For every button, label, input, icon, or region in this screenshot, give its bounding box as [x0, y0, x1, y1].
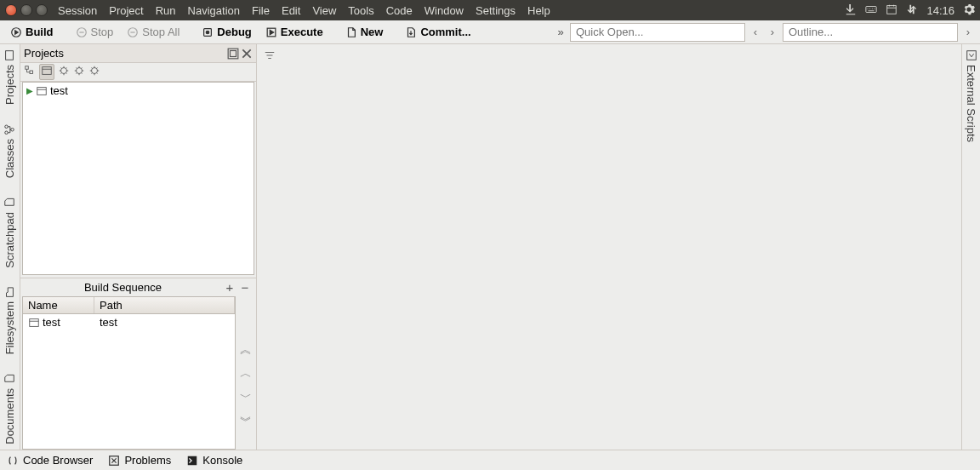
menu-edit[interactable]: Edit: [282, 4, 300, 17]
build-button-label: Build: [26, 26, 54, 38]
editor-area: [257, 44, 961, 450]
window-buttons: [5, 4, 48, 16]
stop-all-button[interactable]: Stop All: [122, 24, 185, 40]
commit-button-label: Commit...: [420, 26, 470, 38]
menu-window[interactable]: Window: [424, 4, 464, 17]
svg-rect-13: [231, 50, 236, 56]
move-top-button[interactable]: ︽: [240, 342, 252, 358]
projects-panel-toolbar: [20, 63, 256, 82]
tree-item-test[interactable]: ▶ test: [23, 83, 254, 99]
sidebar-tab-filesystem[interactable]: Filesystem: [2, 281, 18, 359]
build-sequence-body: Name Path test test ︽ ︿ ﹀ ︾: [20, 296, 256, 450]
move-down-button[interactable]: ﹀: [240, 390, 252, 405]
stop-button[interactable]: Stop: [71, 24, 119, 40]
new-button[interactable]: New: [340, 24, 389, 40]
move-bottom-button[interactable]: ︾: [240, 414, 252, 429]
projects-panel-title: Projects: [24, 47, 225, 60]
sidebar-tab-scratchpad-label: Scratchpad: [3, 212, 16, 268]
os-titlebar: Session Project Run Navigation File Edit…: [0, 0, 980, 20]
svg-rect-14: [26, 66, 29, 70]
tray-calendar-icon[interactable]: [886, 3, 897, 18]
svg-rect-24: [188, 456, 197, 465]
execute-button-label: Execute: [281, 26, 323, 38]
toolbar-overflow-icon[interactable]: »: [555, 26, 567, 38]
menu-settings[interactable]: Settings: [476, 4, 516, 17]
svg-rect-21: [30, 318, 39, 326]
gear-icon-1[interactable]: [58, 65, 70, 79]
sidebar-tab-classes[interactable]: Classes: [2, 118, 18, 183]
sidebar-tab-classes-label: Classes: [3, 139, 16, 178]
build-button[interactable]: Build: [5, 24, 59, 40]
sidebar-tab-filesystem-label: Filesystem: [3, 301, 16, 354]
window-close-button[interactable]: [5, 4, 17, 16]
move-up-button[interactable]: ︿: [240, 366, 252, 381]
svg-rect-20: [37, 87, 47, 95]
build-sequence-table-header: Name Path: [23, 297, 235, 314]
projects-tree[interactable]: ▶ test: [22, 82, 254, 275]
tray-network-icon[interactable]: [906, 3, 918, 18]
col-name-header[interactable]: Name: [23, 297, 94, 313]
execute-button[interactable]: Execute: [260, 24, 328, 40]
panel-undock-icon[interactable]: [227, 48, 239, 60]
gear-icon-2[interactable]: [73, 65, 85, 79]
menu-run[interactable]: Run: [156, 4, 176, 17]
bottom-tab-konsole[interactable]: Konsole: [186, 454, 242, 467]
build-sequence-remove-button[interactable]: −: [237, 280, 253, 295]
tray-clock[interactable]: 14:16: [926, 4, 954, 17]
sidebar-tab-external-scripts[interactable]: External Scripts: [963, 44, 979, 147]
projects-panel: Projects ▶ test Build Sequence + −: [20, 44, 257, 450]
project-icon: [28, 317, 40, 329]
menu-view[interactable]: View: [312, 4, 336, 17]
build-sequence-table[interactable]: Name Path test test: [22, 296, 236, 450]
menu-project[interactable]: Project: [109, 4, 143, 17]
tray-download-icon[interactable]: [845, 3, 857, 18]
sidebar-tab-scratchpad[interactable]: Scratchpad: [2, 192, 18, 273]
menu-tools[interactable]: Tools: [348, 4, 373, 17]
sidebar-tab-documents[interactable]: Documents: [2, 368, 18, 450]
view-tree-icon[interactable]: [24, 65, 36, 79]
col-path-header[interactable]: Path: [94, 297, 235, 313]
filter-icon[interactable]: [264, 49, 276, 64]
tray-gear-icon[interactable]: [963, 3, 975, 18]
menu-navigation[interactable]: Navigation: [188, 4, 240, 17]
stop-button-label: Stop: [91, 26, 114, 38]
menu-code[interactable]: Code: [386, 4, 413, 17]
svg-point-17: [61, 68, 67, 74]
nav-back-button[interactable]: ‹: [749, 26, 762, 38]
tree-item-label: test: [50, 84, 68, 97]
panel-close-icon[interactable]: [241, 48, 253, 60]
sidebar-tab-external-scripts-label: External Scripts: [965, 65, 977, 142]
quick-open-input[interactable]: [570, 23, 745, 42]
gear-icon-3[interactable]: [88, 65, 100, 79]
menu-help[interactable]: Help: [527, 4, 550, 17]
svg-point-11: [11, 128, 14, 131]
tray-keyboard-icon[interactable]: [865, 3, 877, 18]
window-minimize-button[interactable]: [20, 4, 32, 16]
app-menubar: Session Project Run Navigation File Edit…: [58, 4, 550, 17]
row-path: test: [94, 314, 235, 330]
projects-panel-header: Projects: [20, 44, 256, 63]
commit-button[interactable]: Commit...: [400, 24, 476, 40]
svg-point-9: [5, 131, 9, 135]
expand-icon[interactable]: ▶: [26, 86, 33, 95]
view-list-icon[interactable]: [39, 64, 54, 80]
nav-forward-button[interactable]: ›: [766, 26, 779, 38]
svg-point-18: [77, 68, 83, 74]
left-tool-strip: Projects Classes Scratchpad Filesystem D…: [0, 44, 20, 450]
bottom-tab-code-browser[interactable]: Code Browser: [7, 454, 93, 467]
system-tray: 14:16: [845, 3, 975, 18]
menu-file[interactable]: File: [252, 4, 270, 17]
build-sequence-add-button[interactable]: +: [222, 280, 237, 295]
new-button-label: New: [361, 26, 384, 38]
outline-input[interactable]: [783, 23, 958, 42]
svg-rect-0: [866, 6, 876, 12]
menu-session[interactable]: Session: [58, 4, 97, 17]
window-maximize-button[interactable]: [36, 4, 48, 16]
table-row[interactable]: test test: [23, 314, 235, 330]
project-icon: [36, 85, 48, 97]
outline-overflow-icon[interactable]: ›: [961, 26, 975, 38]
bottom-tab-problems[interactable]: Problems: [108, 454, 171, 467]
svg-point-19: [92, 68, 98, 74]
debug-button[interactable]: Debug: [197, 24, 256, 40]
sidebar-tab-projects[interactable]: Projects: [2, 44, 18, 110]
